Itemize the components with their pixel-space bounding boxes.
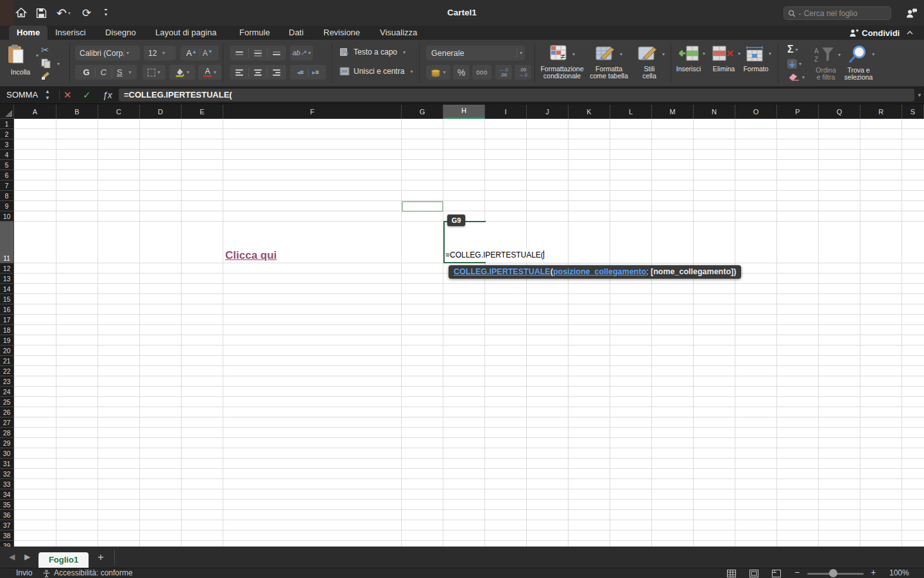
- tab-inserisci[interactable]: Inserisci: [47, 26, 94, 40]
- delete-cells-icon[interactable]: [712, 46, 734, 62]
- row-header-17[interactable]: 17: [0, 315, 14, 325]
- row-header-10[interactable]: 10: [0, 211, 14, 222]
- tab-disegno[interactable]: Disegno: [98, 26, 144, 40]
- tab-formule[interactable]: Formule: [232, 26, 278, 40]
- zoom-out-button[interactable]: −: [794, 568, 800, 578]
- zoom-level[interactable]: 100%: [889, 568, 909, 578]
- row-header-23[interactable]: 23: [0, 376, 14, 387]
- row-header-16[interactable]: 16: [0, 304, 14, 315]
- search-scope-chevron-icon[interactable]: ⌄: [798, 10, 802, 16]
- grow-font-button[interactable]: A▲: [186, 48, 197, 58]
- function-name-link[interactable]: COLLEG.IPERTESTUALE: [454, 267, 551, 276]
- row-header-6[interactable]: 6: [0, 170, 14, 180]
- delete-dropdown-icon[interactable]: ▾: [738, 51, 740, 57]
- row-header-5[interactable]: 5: [0, 160, 14, 170]
- sheet-tab-foglio1[interactable]: Foglio1: [38, 552, 89, 568]
- fill-color-dropdown-icon[interactable]: ▾: [187, 69, 189, 75]
- row-header-24[interactable]: 24: [0, 387, 14, 397]
- number-format-select[interactable]: Generale ▾: [426, 46, 525, 60]
- conditional-formatting-icon[interactable]: ≠: [550, 45, 569, 62]
- decrease-decimal-button[interactable]: .00→.0: [515, 65, 531, 80]
- tab-layout-di-pagina[interactable]: Layout di pagina: [148, 26, 224, 40]
- row-header-31[interactable]: 31: [0, 459, 14, 469]
- column-header-H[interactable]: H: [443, 105, 485, 119]
- grid-body[interactable]: Clicca qui=COLLEG.IPERTESTUALE(G9COLLEG.…: [14, 119, 924, 547]
- row-header-33[interactable]: 33: [0, 479, 14, 489]
- row-header-1[interactable]: 1: [0, 119, 14, 129]
- row-header-8[interactable]: 8: [0, 191, 14, 201]
- autosum-button[interactable]: Σ▾: [787, 44, 798, 55]
- insert-function-icon[interactable]: ƒx: [103, 87, 112, 103]
- row-header-12[interactable]: 12: [0, 263, 14, 274]
- column-header-I[interactable]: I: [485, 105, 527, 119]
- insert-dropdown-icon[interactable]: ▾: [703, 51, 705, 57]
- fill-color-button[interactable]: ▾: [169, 65, 195, 80]
- increase-decimal-button[interactable]: ←.0.00: [495, 65, 512, 80]
- row-header-4[interactable]: 4: [0, 150, 14, 160]
- align-top-icon[interactable]: [230, 51, 248, 55]
- column-header-A[interactable]: A: [14, 105, 56, 119]
- column-header-N[interactable]: N: [694, 105, 735, 119]
- column-header-G[interactable]: G: [402, 105, 443, 119]
- add-sheet-button[interactable]: +: [98, 551, 104, 564]
- cancel-entry-icon[interactable]: ✕: [64, 87, 72, 103]
- font-size-select[interactable]: 12 ▾: [144, 46, 176, 60]
- confirm-entry-icon[interactable]: ✓: [83, 87, 91, 103]
- align-bottom-icon[interactable]: [268, 51, 286, 55]
- borders-button[interactable]: ▾: [142, 65, 166, 80]
- column-header-P[interactable]: P: [777, 105, 819, 119]
- insert-cells-icon[interactable]: [678, 46, 699, 62]
- zoom-in-button[interactable]: +: [871, 568, 876, 578]
- search-input[interactable]: [804, 9, 878, 18]
- share-button[interactable]: Condividi: [848, 26, 900, 40]
- column-header-C[interactable]: C: [98, 105, 140, 119]
- conditional-formatting-dropdown-icon[interactable]: ▾: [572, 51, 575, 57]
- search-box[interactable]: ⌄: [783, 6, 891, 20]
- tab-home[interactable]: Home: [9, 26, 47, 40]
- row-header-39[interactable]: 39: [0, 541, 14, 547]
- font-name-dropdown-icon[interactable]: ▾: [126, 50, 129, 56]
- cell-styles-icon[interactable]: [638, 45, 658, 62]
- sort-filter-dropdown-icon[interactable]: ▾: [838, 52, 841, 58]
- row-header-30[interactable]: 30: [0, 448, 14, 459]
- row-header-21[interactable]: 21: [0, 356, 14, 366]
- decrease-indent-icon[interactable]: ◂≡: [293, 69, 308, 76]
- column-header-E[interactable]: E: [182, 105, 223, 119]
- sort-filter-icon[interactable]: AZ: [814, 46, 835, 63]
- align-middle-icon[interactable]: [249, 50, 267, 57]
- column-header-O[interactable]: O: [735, 105, 777, 119]
- align-right-icon[interactable]: [268, 69, 286, 76]
- tab-revisione[interactable]: Revisione: [316, 26, 368, 40]
- find-select-dropdown-icon[interactable]: ▾: [872, 51, 875, 57]
- column-header-F[interactable]: F: [223, 105, 402, 119]
- row-header-36[interactable]: 36: [0, 510, 14, 520]
- currency-dropdown-icon[interactable]: ▾: [443, 69, 445, 75]
- normal-view-icon[interactable]: [727, 570, 736, 578]
- row-header-9[interactable]: 9: [0, 201, 14, 211]
- argument-link[interactable]: posizione_collegamento: [553, 267, 646, 276]
- clear-button[interactable]: ▾: [789, 73, 805, 82]
- row-header-27[interactable]: 27: [0, 417, 14, 428]
- column-header-M[interactable]: M: [652, 105, 694, 119]
- font-name-select[interactable]: Calibri (Corp... ▾: [75, 46, 140, 60]
- column-header-K[interactable]: K: [569, 105, 610, 119]
- row-header-37[interactable]: 37: [0, 520, 14, 530]
- borders-dropdown-icon[interactable]: ▾: [157, 69, 160, 75]
- sheet-next-icon[interactable]: ▶: [24, 552, 30, 561]
- percent-button[interactable]: %: [453, 65, 470, 80]
- select-all-corner[interactable]: [0, 105, 14, 119]
- format-as-table-dropdown-icon[interactable]: ▾: [620, 51, 622, 57]
- row-header-19[interactable]: 19: [0, 335, 14, 346]
- cell-edit-text[interactable]: =COLLEG.IPERTESTUALE(: [445, 249, 545, 261]
- column-header-J[interactable]: J: [527, 105, 569, 119]
- cell-hyperlink[interactable]: Clicca qui: [225, 249, 277, 263]
- contact-support-icon[interactable]: [905, 5, 918, 21]
- sheet-prev-icon[interactable]: ◀: [9, 552, 15, 561]
- fill-dropdown-icon[interactable]: ▾: [799, 61, 801, 67]
- orientation-button[interactable]: ab↗ ▾: [290, 46, 313, 60]
- bold-button[interactable]: G: [78, 67, 94, 77]
- autosum-dropdown-icon[interactable]: ▾: [796, 47, 798, 53]
- copy-dropdown-icon[interactable]: ▾: [57, 61, 60, 67]
- row-header-38[interactable]: 38: [0, 530, 14, 541]
- collapse-ribbon-icon[interactable]: [905, 28, 914, 37]
